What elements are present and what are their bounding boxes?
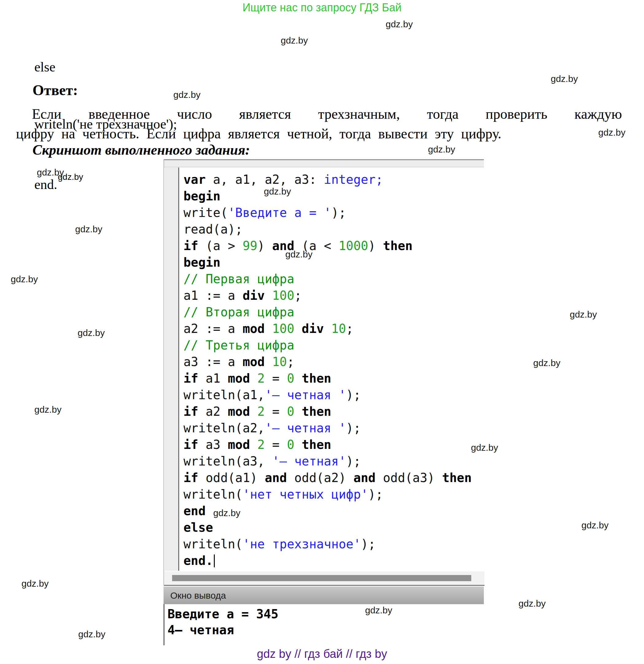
code-token: odd(a1) [198,471,265,485]
gdz-watermark: gdz.by [570,309,597,320]
code-token: '– четная ' [265,421,346,435]
code-token: end [184,504,206,518]
code-token [265,288,272,303]
code-token: var [184,172,206,187]
code-line: writeln('нет четных цифр'); [184,486,484,503]
code-line: writeln(a1,'– четная '); [184,387,484,403]
code-line: // Третья цифра [184,337,484,353]
code-token: // Третья цифра [184,338,294,352]
gdz-watermark: gdz.by [34,404,61,415]
code-line: end. [184,552,484,569]
code-token: = [265,404,287,418]
code-token: a3 := a [184,355,243,369]
output-area: Введите a = 3454– четная [164,604,484,645]
code-token [265,321,272,336]
code-token: ) [368,239,383,253]
code-token: 'нет четных цифр' [243,487,368,501]
code-token: = [265,371,287,386]
answer-text-line: Если введенное число является трехзначны… [16,104,622,124]
code-token: 0 [287,371,294,386]
code-token: ); [346,421,361,435]
answer-text-line: цифру на четность. Если цифра является ч… [16,124,622,144]
code-token: a2 [198,404,228,418]
code-token: 'не трехзначное' [243,537,361,551]
answer-paragraph: Если введенное число является трехзначны… [16,104,622,144]
code-line: if (a > 99) and (a < 1000) then [184,237,484,254]
code-token: ; [346,321,353,336]
code-line: begin [184,188,484,204]
code-line: // Вторая цифра [184,304,484,320]
code-token: begin [184,189,220,203]
output-line: 4– четная [167,622,484,638]
code-line: writeln(a3, '– четная'); [184,453,484,470]
code-line: write('Введите a = '); [184,204,484,221]
code-line: a1 := a div 100; [184,287,484,304]
code-token: odd(a3) [376,471,442,485]
code-token: writeln(a2, [184,421,265,435]
code-line: writeln(a2,'– четная '); [184,420,484,436]
output-window-title: Окно вывода [170,590,226,601]
code-token: div [243,288,265,303]
code-token: (a < [294,239,339,253]
code-token: ); [361,537,376,551]
gdz-watermark: gdz.by [581,520,608,531]
code-token: 2 [257,438,265,452]
gdz-watermark: gdz.by [78,629,105,640]
code-token: // Вторая цифра [184,305,294,319]
output-line: Введите a = 345 [167,606,484,622]
code-token: mod [228,371,250,386]
code-token [265,355,272,369]
code-token: a3 [198,438,228,452]
code-line: a3 := a mod 10; [184,353,484,370]
code-editor-surface[interactable]: var a, a1, a2, a3: integer;beginwrite('В… [179,168,484,571]
gdz-watermark: gdz.by [281,35,308,46]
code-token: 99 [243,239,257,253]
code-token [294,404,302,418]
code-token: ); [331,206,346,220]
gdz-watermark: gdz.by [21,578,48,589]
code-token: else [184,520,213,535]
promo-banner-text: Ищите нас по запросу ГДЗ Бай [0,1,644,14]
code-token: then [383,239,412,253]
code-token: = [265,438,287,452]
code-token: then [302,404,331,418]
editor-gutter [165,168,179,571]
code-token: odd(a2) [287,471,353,485]
code-token: 'Введите a = ' [228,206,331,220]
code-token: end. [184,554,213,568]
code-line: else [184,519,484,536]
gdz-watermark: gdz.by [533,358,560,368]
code-token: writeln(a1, [184,388,265,402]
code-token: writeln(a3, [184,454,272,468]
code-token: 10 [331,321,346,336]
gdz-watermark: gdz.by [428,144,455,154]
code-token: writeln( [184,487,243,501]
code-editor-window: var a, a1, a2, a3: integer;beginwrite('В… [164,159,484,586]
editor-titlebar [164,159,484,167]
code-token [324,321,331,336]
gdz-watermark: gdz.by [11,274,38,285]
code-line: end [184,503,484,519]
code-token: mod [243,355,265,369]
output-lines: Введите a = 3454– четная [167,606,484,638]
editor-bottom-border [164,585,484,586]
code-token: a1 [198,371,228,386]
code-token [250,371,257,386]
code-token: ); [368,487,383,501]
horizontal-scrollbar-thumb[interactable] [172,575,471,581]
code-token: // Первая цифра [184,272,294,286]
code-line: if a3 mod 2 = 0 then [184,436,484,453]
code-line: // Первая цифра [184,271,484,287]
code-token: if [184,471,198,485]
code-token: 2 [257,404,265,418]
text-cursor [214,555,215,567]
code-line: if a2 mod 2 = 0 then [184,403,484,420]
code-token: ); [346,388,361,402]
code-token: (a > [198,239,243,253]
code-token: 2 [257,371,265,386]
gdz-watermark: gdz.by [78,328,105,338]
code-token: and [265,471,287,485]
code-fragment-end: end. [34,177,57,192]
horizontal-scrollbar-track[interactable] [165,571,484,584]
code-token: div [302,321,324,336]
